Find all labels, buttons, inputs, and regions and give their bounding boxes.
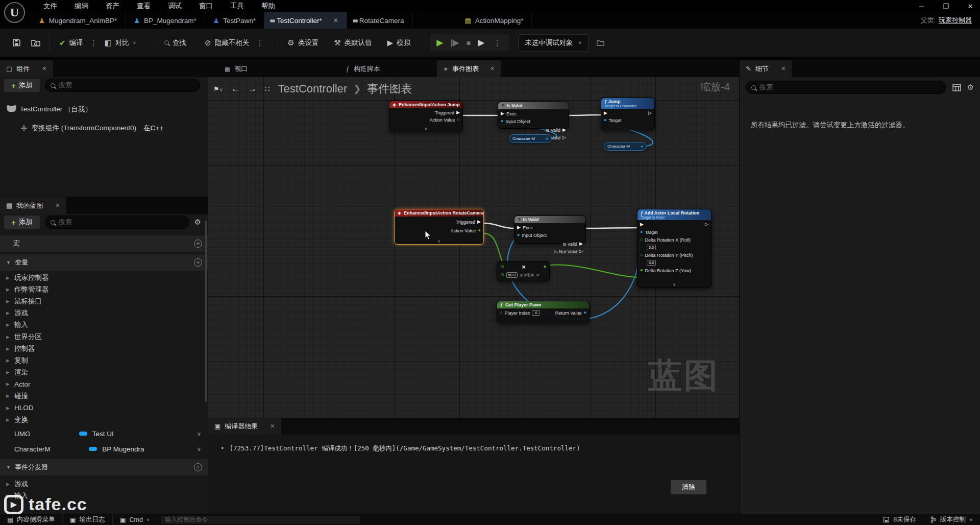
event-graph-canvas[interactable]: ⚑∨ ← → ∷ TestController ❯ 事件图表 缩放-4 蓝图 [208, 77, 739, 418]
expand-arrow-icon[interactable]: ▶ [6, 311, 10, 316]
node-add-actor-local-rotation[interactable]: ƒ Add Actor Local Rotation Target is Act… [637, 209, 712, 288]
output-pin[interactable]: ● [641, 144, 643, 149]
variable-category-row[interactable]: ▶ 输入 [0, 319, 208, 331]
variable-category-row[interactable]: ▶ 鼠标接口 [0, 295, 208, 307]
bookmarks-icon[interactable]: ⚑∨ [213, 85, 223, 93]
details-tab[interactable]: ✎ 细节 ✕ [740, 60, 792, 77]
close-icon[interactable]: ✕ [42, 65, 46, 72]
tab-testpawn[interactable]: ♟ TestPawn* [205, 12, 264, 29]
dispatcher-section-header[interactable]: ▼ 事件分发器 + [0, 459, 208, 475]
node-enhancedinput-rotatecamera[interactable]: ◈EnhancedInputAction RotateCamera Trigge… [394, 209, 484, 245]
player-index-field[interactable]: 0 [532, 310, 540, 316]
add-dispatcher-icon[interactable]: + [194, 463, 202, 471]
menu-item[interactable]: 查看 [128, 0, 159, 12]
class-defaults-button[interactable]: ⚒ 类默认值 [329, 34, 377, 52]
collapse-chevron-icon[interactable]: ∨ [437, 239, 440, 244]
variable-category-row[interactable]: ▶ 游戏 [0, 307, 208, 319]
input-pin[interactable]: ⊙ [500, 273, 504, 277]
details-search-input[interactable]: 搜索 [746, 81, 946, 94]
value-pin[interactable]: ● [478, 228, 481, 233]
object-pin[interactable]: ● [501, 119, 503, 124]
variables-section-header[interactable]: ▼ 变量 + [0, 254, 208, 271]
stop-icon[interactable]: ■ [467, 39, 471, 47]
menu-item[interactable]: 调试 [159, 0, 190, 12]
expand-arrow-icon[interactable]: ▶ [6, 346, 10, 351]
node-is-valid-1[interactable]: ?Is Valid ▶Exec ●Input Object Is Valid▶ … [498, 102, 569, 129]
menu-item[interactable]: 帮助 [253, 0, 284, 12]
breadcrumb-current[interactable]: 事件图表 [367, 81, 412, 97]
node-is-valid-2[interactable]: ?Is Valid ▶Exec ●Input Object Is Valid▶ … [514, 216, 586, 244]
exec-pin[interactable]: ▷ [579, 249, 583, 254]
eject-icon[interactable]: ▶ [478, 37, 484, 48]
exec-pin[interactable]: ▶ [640, 222, 644, 227]
node-enhancedinput-jump[interactable]: ◈EnhancedInputAction Jump Triggered▶ Act… [389, 101, 463, 132]
tab-rotatecamera[interactable]: RotateCamera [347, 12, 413, 29]
menu-item[interactable]: 编辑 [66, 0, 97, 12]
compile-button[interactable]: ✔ 编译 [54, 34, 88, 52]
tab-bp-mugendram[interactable]: ♟ BP_Mugendram* [126, 12, 205, 29]
hide-unrelated-options-icon[interactable]: ⋮ [254, 39, 265, 47]
tab-testcontroller[interactable]: TestController* ✕ [264, 12, 347, 29]
target-pin[interactable]: ● [604, 118, 606, 123]
simulate-button[interactable]: ▶ 模拟 [382, 34, 416, 52]
variable-category-row[interactable]: ▶ HLOD [0, 402, 208, 414]
component-child-row[interactable]: 变换组件 (TransformComponent0) 在C++ [0, 122, 208, 134]
pitch-value-field[interactable]: 0.0 [647, 260, 656, 266]
exec-pin[interactable]: ▷ [562, 135, 566, 140]
close-icon[interactable]: ✕ [781, 65, 786, 72]
my-blueprint-search-input[interactable]: 搜索 [45, 216, 189, 229]
chevron-down-icon[interactable]: ∨ [197, 446, 201, 452]
return-pin[interactable]: ● [584, 311, 586, 315]
add-variable-icon[interactable]: + [194, 258, 202, 267]
compiler-results-tab[interactable]: ▣ 编译器结果 ✕ [208, 418, 281, 435]
target-pin[interactable]: ● [640, 230, 643, 234]
variable-category-row[interactable]: ▶ Actor [0, 378, 208, 390]
expand-arrow-icon[interactable]: ▶ [6, 335, 10, 340]
tab-actionmapping[interactable]: ▤ ActionMapping* [457, 12, 532, 29]
minimize-button[interactable]: ─ [916, 3, 927, 10]
node-character-m-getter[interactable]: Character M● [604, 142, 647, 151]
variable-category-row[interactable]: ▶ 控制器 [0, 343, 208, 354]
expand-arrow-icon[interactable]: ▶ [6, 405, 10, 411]
node-get-player-pawn[interactable]: ƒGet Player Pawn ○ Player Index 0 Return… [497, 301, 590, 323]
add-component-button[interactable]: +添加 [4, 79, 40, 92]
debug-object-dropdown[interactable]: 未选中调试对象∨ [518, 34, 589, 52]
float-pin[interactable]: ● [640, 268, 643, 273]
value-pin[interactable]: ○ [457, 117, 460, 122]
forward-arrow-icon[interactable]: → [248, 84, 257, 94]
menu-item[interactable]: 窗口 [190, 0, 222, 12]
display-filter-icon[interactable] [952, 84, 961, 91]
multiply-value-field[interactable]: 50.0 [506, 272, 518, 278]
menu-item[interactable]: 资产 [97, 0, 128, 12]
add-blueprint-item-button[interactable]: +添加 [4, 216, 40, 229]
class-settings-button[interactable]: ⚙ 类设置 [282, 34, 324, 52]
menu-item[interactable]: 工具 [222, 0, 253, 12]
play-icon[interactable]: ▶ [436, 37, 443, 48]
content-drawer-button[interactable]: ▤ 内容侧滑菜单 [0, 514, 62, 525]
variable-row-characterm[interactable]: CharacterM BP Mugendra ∨ [0, 441, 208, 457]
components-tab[interactable]: ▢ 组件 ✕ [0, 60, 53, 77]
close-icon[interactable]: ✕ [490, 65, 495, 72]
float-pin[interactable]: ○ [640, 253, 643, 257]
output-log-button[interactable]: ▣ 输出日志 [63, 514, 112, 525]
exec-pin[interactable]: ▶ [456, 110, 460, 115]
exec-pin[interactable]: ▶ [477, 220, 481, 224]
source-control-dropdown[interactable]: 版本控制∨ [923, 514, 980, 525]
tab-construction-script[interactable]: ƒ 构造脚本 [340, 60, 386, 77]
expand-arrow-icon[interactable]: ▶ [6, 275, 10, 280]
variable-category-row[interactable]: ▶ 世界分区 [0, 331, 208, 343]
collapse-arrow-icon[interactable]: ▼ [6, 465, 11, 470]
expand-arrow-icon[interactable]: ▶ [6, 370, 10, 375]
float-pin[interactable]: ○ [640, 237, 643, 242]
collapse-arrow-icon[interactable]: ▼ [6, 260, 11, 265]
close-icon[interactable]: ✕ [270, 423, 275, 429]
roll-value-field[interactable]: 0.0 [647, 245, 656, 250]
frame-skip-icon[interactable]: |▶ [450, 37, 459, 48]
tab-mugendram-animbp[interactable]: ♟ Mugendram_AnimBP* [31, 12, 126, 29]
maximize-button[interactable]: ❐ [940, 3, 951, 10]
save-button[interactable] [7, 34, 26, 52]
clear-button[interactable]: 清除 [671, 480, 706, 494]
exec-pin[interactable]: ▶ [517, 225, 521, 230]
add-macro-icon[interactable]: + [194, 240, 202, 248]
breadcrumb-root[interactable]: TestController [278, 82, 348, 96]
